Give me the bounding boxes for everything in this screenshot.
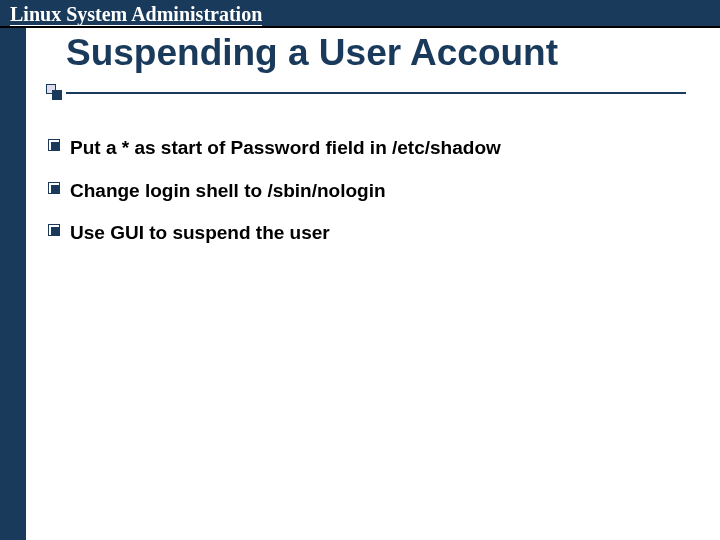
bullet-list: Put a * as start of Password field in /e…: [26, 136, 720, 246]
slide-title: Suspending a User Account: [26, 32, 720, 74]
bullet-icon: [48, 139, 62, 153]
bullet-text: Use GUI to suspend the user: [70, 221, 330, 246]
slide-content: Suspending a User Account Put a * as sta…: [26, 28, 720, 540]
bullet-text: Change login shell to /sbin/nologin: [70, 179, 386, 204]
list-item: Use GUI to suspend the user: [48, 221, 700, 246]
bullet-icon: [48, 182, 62, 196]
header-bar: Linux System Administration: [0, 0, 720, 28]
list-item: Put a * as start of Password field in /e…: [48, 136, 700, 161]
bullet-text: Put a * as start of Password field in /e…: [70, 136, 501, 161]
title-divider: [26, 82, 720, 106]
header-title: Linux System Administration: [10, 3, 262, 26]
bullet-icon: [48, 224, 62, 238]
divider-line: [66, 92, 686, 94]
left-sidebar: [0, 28, 26, 540]
list-item: Change login shell to /sbin/nologin: [48, 179, 700, 204]
